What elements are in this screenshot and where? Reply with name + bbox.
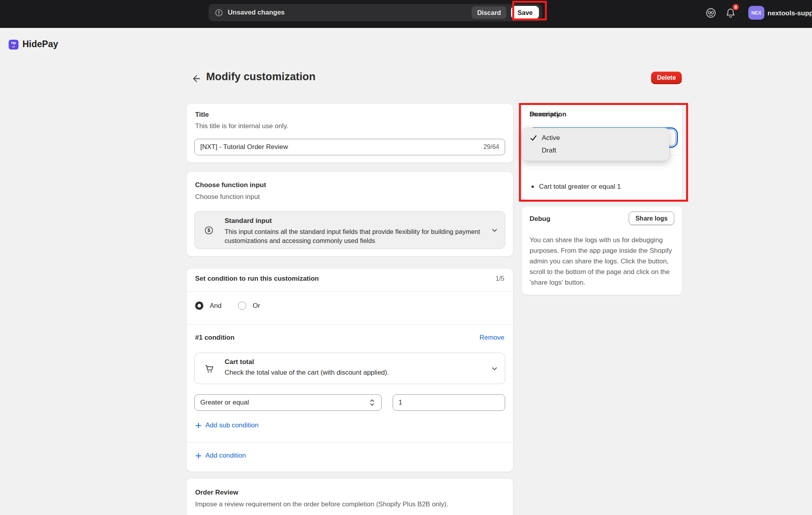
delete-button[interactable]: Delete <box>651 72 682 84</box>
cart-icon <box>204 364 214 374</box>
bullet-dot <box>531 186 534 188</box>
notification-count-badge: 8 <box>732 3 740 11</box>
unsaved-changes-label: Unsaved changes <box>228 9 285 17</box>
title-card: Title This title is for internal use onl… <box>186 104 513 163</box>
add-condition-label: Add condition <box>205 452 246 460</box>
title-card-subtext: This title is for internal use only. <box>195 122 288 130</box>
remove-condition-link[interactable]: Remove <box>480 334 504 342</box>
and-radio-label: And <box>210 302 221 310</box>
or-radio-label: Or <box>253 302 260 310</box>
function-card-subtext: Choose function input <box>195 193 260 201</box>
condition-card-heading: Set condition to run this customization <box>195 275 319 283</box>
add-sub-condition-label: Add sub condition <box>205 421 258 429</box>
description-bullet-text: Cart total greater or equal 1 <box>539 183 621 191</box>
sidekick-assistant-icon[interactable] <box>705 7 716 18</box>
user-avatar[interactable]: NEX <box>748 6 764 20</box>
chevron-down-icon <box>491 365 498 373</box>
description-heading: Description <box>530 110 567 118</box>
standard-input-description: This input contains all the standard inp… <box>225 227 484 245</box>
cart-total-title: Cart total <box>225 358 254 366</box>
app-name: HidePay <box>22 39 58 50</box>
operator-value: Greater or equal <box>200 399 249 406</box>
title-input-field: 29/64 <box>194 139 505 155</box>
condition-card: Set condition to run this customization … <box>186 269 513 472</box>
save-button[interactable]: Save <box>511 6 539 19</box>
cart-total-description: Check the total value of the cart (with … <box>225 369 389 377</box>
status-dropdown-popover: Active Draft <box>522 128 669 161</box>
status-option-label: Draft <box>542 147 556 154</box>
condition-card-header: Set condition to run this customization … <box>195 275 504 283</box>
plus-icon <box>195 452 202 459</box>
account-name: nextools-suppo <box>768 9 812 17</box>
page-title: Modify customization <box>206 71 316 83</box>
condition-value-input[interactable] <box>393 394 505 411</box>
title-input[interactable] <box>200 143 480 151</box>
debug-card: Debug Share logs You can share the logs … <box>522 206 682 295</box>
character-counter: 29/64 <box>484 143 499 151</box>
debug-heading: Debug <box>530 215 550 223</box>
svg-text:$: $ <box>208 228 210 233</box>
contextual-save-bar: Unsaved changes Discard Save <box>209 4 542 21</box>
status-option-active[interactable]: Active <box>522 132 669 144</box>
discard-button[interactable]: Discard <box>472 6 507 19</box>
top-bar-right-cluster: 8 NEX nextools-suppo <box>700 0 812 28</box>
operator-select[interactable]: Greater or equal <box>194 394 382 411</box>
order-review-description: Impose a review requirement on the order… <box>195 500 502 508</box>
condition-1-header: #1 condition Remove <box>195 334 504 342</box>
plus-icon <box>195 422 202 429</box>
title-card-heading: Title <box>195 111 209 119</box>
status-option-draft[interactable]: Draft <box>522 144 669 157</box>
add-sub-condition-button[interactable]: Add sub condition <box>195 421 258 429</box>
function-card-heading: Choose function input <box>195 181 266 189</box>
or-radio[interactable] <box>238 302 246 310</box>
standard-input-title: Standard input <box>225 217 272 225</box>
divider <box>186 324 513 325</box>
status-option-label: Active <box>542 134 560 142</box>
back-button[interactable] <box>190 73 201 84</box>
condition-1-label: #1 condition <box>195 334 234 342</box>
checkmark-icon <box>529 134 538 142</box>
select-updown-icon <box>369 398 376 407</box>
cart-total-condition-selector[interactable]: Cart total Check the total value of the … <box>194 353 505 384</box>
hidepay-app-logo[interactable]: Hp ∞ <box>9 40 18 50</box>
standard-input-option[interactable]: $ Standard input This input contains all… <box>194 211 505 249</box>
logic-radio-group: And Or <box>195 302 270 310</box>
dollar-circle-icon: $ <box>205 226 213 235</box>
share-logs-button[interactable]: Share logs <box>629 212 674 225</box>
description-bullet-item: Cart total greater or equal 1 <box>531 183 621 191</box>
top-bar: Unsaved changes Discard Save 8 NEX nexto… <box>0 0 812 28</box>
condition-counter: 1/5 <box>496 275 504 282</box>
add-condition-button[interactable]: Add condition <box>195 452 246 460</box>
divider <box>186 442 513 443</box>
infinity-icon: ∞ <box>12 44 15 48</box>
order-review-card: Order Review Impose a review requirement… <box>186 478 513 515</box>
function-input-card: Choose function input Choose function in… <box>186 172 513 256</box>
alert-icon <box>215 9 223 17</box>
chevron-down-icon <box>491 226 498 234</box>
and-radio[interactable] <box>195 302 203 310</box>
debug-description: You can share the logs with us for debug… <box>530 235 676 288</box>
order-review-heading: Order Review <box>195 489 238 497</box>
divider <box>186 291 513 292</box>
